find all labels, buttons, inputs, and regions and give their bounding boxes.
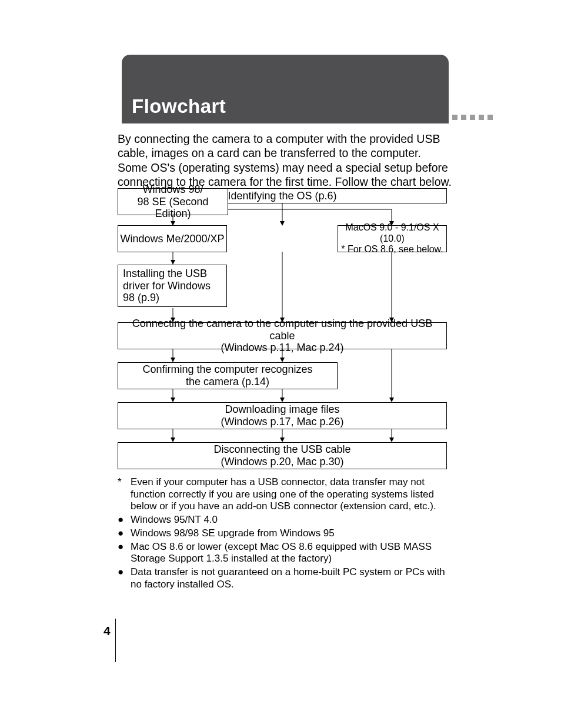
flow-box-winme: Windows Me/2000/XP	[118, 225, 227, 252]
footnote-bullet-1: ● Windows 95/NT 4.0	[118, 514, 447, 526]
mac-line1: MacOS 9.0 - 9.1/OS X (10.0)	[338, 222, 446, 244]
mac-line2: * For OS 8.6, see below.	[338, 244, 446, 255]
flow-box-win98: Windows 98/ 98 SE (Second Edition)	[118, 188, 228, 215]
flow-box-download: Downloading image files (Windows p.17, M…	[118, 402, 447, 429]
page-number: 4	[103, 624, 111, 638]
footnote-star: * Even if your computer has a USB connec…	[118, 476, 447, 513]
manual-page: Flowchart By connecting the camera to a …	[0, 0, 561, 728]
footnotes: * Even if your computer has a USB connec…	[118, 476, 447, 592]
page-number-rule	[115, 619, 116, 662]
decorative-dashes	[452, 115, 493, 120]
flow-box-mac: MacOS 9.0 - 9.1/OS X (10.0) * For OS 8.6…	[338, 225, 447, 252]
flow-box-confirm: Confirming the computer recognizes the c…	[118, 362, 338, 389]
flow-box-disconnect: Disconnecting the USB cable (Windows p.2…	[118, 442, 447, 469]
footnote-bullet-4: ● Data transfer is not guaranteed on a h…	[118, 566, 447, 590]
flowchart: Identifying the OS (p.6) Windows 98/ 98 …	[118, 188, 447, 470]
footnote-bullet-3: ● Mac OS 8.6 or lower (except Mac OS 8.6…	[118, 541, 447, 565]
intro-paragraph: By connecting the camera to a computer w…	[118, 132, 453, 189]
flow-box-install: Installing the USB driver for Windows 98…	[118, 265, 227, 307]
footnote-bullet-2: ● Windows 98/98 SE upgrade from Windows …	[118, 527, 447, 540]
flow-box-connect: Connecting the camera to the computer us…	[118, 322, 447, 349]
page-title: Flowchart	[132, 95, 226, 118]
